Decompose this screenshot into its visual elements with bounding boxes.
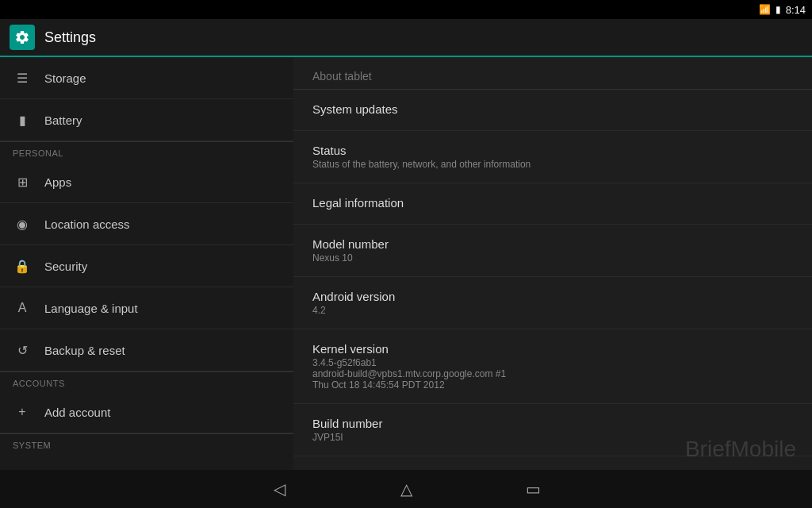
content-item-sub-build: JVP15I	[312, 432, 793, 443]
content-item-sub-model: Nexus 10	[312, 252, 793, 264]
content-item-system-updates[interactable]: System updates	[293, 90, 812, 131]
content-item-build[interactable]: Build numberJVP15I	[293, 404, 812, 456]
sidebar-item-storage[interactable]: ☰Storage	[0, 57, 293, 99]
sidebar-item-label-apps: Apps	[44, 175, 71, 189]
content-item-title-model: Model number	[312, 237, 793, 251]
sidebar-item-label-security: Security	[44, 260, 87, 273]
content-item-legal[interactable]: Legal information	[293, 183, 812, 225]
sidebar-item-label-language: Language & input	[44, 302, 138, 315]
nav-bar: ◁ △ ▭	[0, 470, 812, 508]
back-button[interactable]: ◁	[263, 473, 295, 505]
main-layout: ☰Storage▮BatteryPERSONAL⊞Apps◉Location a…	[0, 57, 812, 470]
content-header: About tablet	[293, 57, 812, 90]
sidebar-item-apps[interactable]: ⊞Apps	[0, 161, 293, 203]
settings-app-icon	[10, 25, 35, 50]
home-button[interactable]: △	[390, 473, 422, 505]
sidebar-item-label-backup: Backup & reset	[44, 344, 125, 357]
section-label-system: SYSTEM	[0, 434, 293, 453]
sidebar-item-label-storage: Storage	[44, 71, 86, 85]
app-title: Settings	[44, 29, 96, 46]
sidebar-item-addaccount[interactable]: +Add account	[0, 391, 293, 433]
content-item-android-version[interactable]: Android version4.2	[293, 277, 812, 329]
content-item-status[interactable]: StatusStatus of the battery, network, an…	[293, 131, 812, 183]
section-label-personal: PERSONAL	[0, 142, 293, 161]
sidebar-item-location[interactable]: ◉Location access	[0, 203, 293, 245]
content-item-title-build: Build number	[312, 417, 793, 430]
status-bar: 📶 ▮ 8:14	[0, 0, 812, 19]
sidebar-item-battery[interactable]: ▮Battery	[0, 99, 293, 141]
content-item-model[interactable]: Model numberNexus 10	[293, 225, 812, 277]
content-item-kernel[interactable]: Kernel version3.4.5-g52f6ab1 android-bui…	[293, 329, 812, 404]
sidebar-item-language[interactable]: ALanguage & input	[0, 287, 293, 329]
battery-icon-status: ▮	[776, 4, 781, 15]
content-item-title-kernel: Kernel version	[312, 342, 793, 356]
sidebar-item-backup[interactable]: ↺Backup & reset	[0, 329, 293, 371]
section-label-accounts: ACCOUNTS	[0, 372, 293, 391]
security-icon: 🔒	[13, 256, 32, 275]
wifi-icon: 📶	[759, 4, 771, 15]
sidebar-item-datetime[interactable]: ⊙Date & time	[0, 453, 293, 470]
content-panel: About tablet System updatesStatusStatus …	[293, 57, 812, 470]
content-item-sub-status: Status of the battery, network, and othe…	[312, 159, 793, 170]
content-item-title-legal: Legal information	[312, 196, 793, 210]
sidebar-item-label-addaccount: Add account	[44, 406, 110, 419]
recent-button[interactable]: ▭	[517, 473, 549, 505]
content-item-sub-android-version: 4.2	[312, 305, 793, 316]
battery-icon: ▮	[13, 110, 32, 129]
content-item-title-status: Status	[312, 144, 793, 157]
content-item-sub-kernel: 3.4.5-g52f6ab1 android-build@vpbs1.mtv.c…	[312, 357, 793, 391]
content-item-title-android-version: Android version	[312, 290, 793, 303]
sidebar-item-label-location: Location access	[44, 217, 130, 231]
add-account-icon: +	[13, 402, 32, 421]
clock: 8:14	[786, 4, 806, 16]
sidebar-item-security[interactable]: 🔒Security	[0, 245, 293, 287]
app-bar: Settings	[0, 19, 812, 57]
content-item-title-system-updates: System updates	[312, 102, 793, 116]
sidebar-item-label-battery: Battery	[44, 114, 82, 127]
location-icon: ◉	[13, 214, 32, 233]
language-icon: A	[13, 298, 32, 318]
storage-icon: ☰	[13, 68, 32, 87]
datetime-icon: ⊙	[13, 464, 32, 470]
apps-icon: ⊞	[13, 172, 32, 191]
sidebar: ☰Storage▮BatteryPERSONAL⊞Apps◉Location a…	[0, 57, 293, 470]
backup-icon: ↺	[13, 341, 32, 360]
